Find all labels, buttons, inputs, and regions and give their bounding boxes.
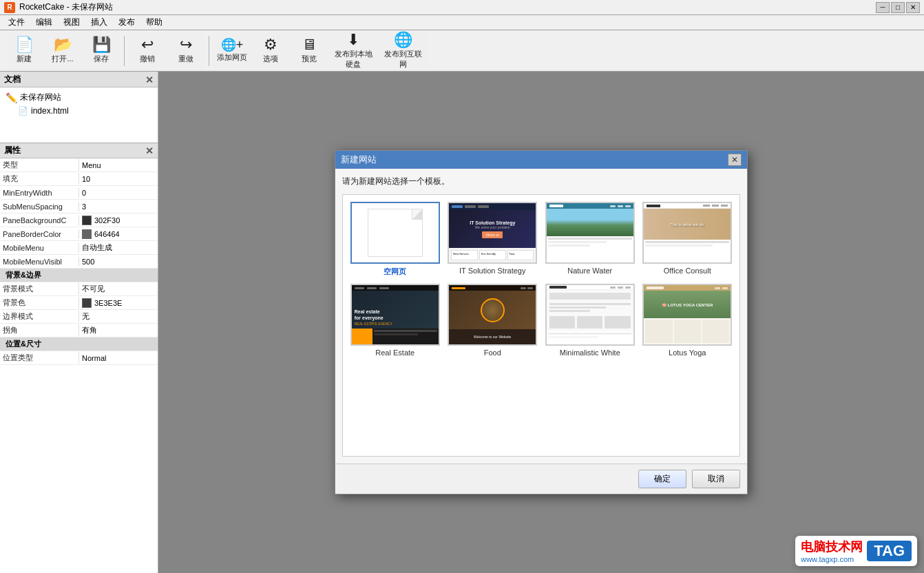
preview-icon: 🖥 — [302, 37, 317, 52]
publish-internet-button[interactable]: 🌐 发布到互联网 — [379, 32, 427, 70]
template-thumb-office: This is what we do. — [642, 202, 732, 264]
menu-item-help[interactable]: 帮助 — [140, 15, 168, 30]
doc-root-item[interactable]: ✏️ 未保存网站 — [1, 90, 156, 105]
prop-value-padding[interactable]: 10 — [79, 174, 158, 184]
menu-item-view[interactable]: 视图 — [58, 15, 85, 30]
undo-label: 撤销 — [140, 54, 155, 64]
prop-value-corner[interactable]: 有角 — [79, 324, 158, 336]
template-label-realestate: Real Estate — [375, 348, 414, 357]
template-item-office[interactable]: This is what we do. Office Consult — [642, 202, 733, 277]
thumb-it-subtitle: We solve your problem — [475, 225, 510, 229]
properties-panel-close[interactable]: ✕ — [145, 145, 154, 156]
preview-button[interactable]: 🖥 预览 — [291, 32, 328, 70]
template-item-minimal[interactable]: Minimalistic White — [545, 284, 636, 357]
maximize-button[interactable]: □ — [891, 2, 905, 13]
prop-name-bgcolor: 背景色 — [0, 297, 79, 309]
menu-item-file[interactable]: 文件 — [3, 15, 30, 30]
dialog-title: 新建网站 — [341, 154, 377, 166]
thumb-food-content: Welcome to our Website — [449, 329, 536, 344]
content-area: 新建网站 ✕ 请为新建网站选择一个模板。 — [158, 72, 924, 573]
thumb-it-inner: IT Solution Strategy We solve your probl… — [449, 203, 536, 262]
thumb-food-hero — [449, 291, 536, 329]
prop-row-panebordercolor: PaneBorderColor 646464 — [0, 227, 158, 241]
thumb-office-nav — [644, 203, 731, 209]
prop-value-panebordercolor[interactable]: 646464 — [79, 229, 158, 240]
prop-value-submenuspacing[interactable]: 3 — [79, 202, 158, 211]
redo-label: 重做 — [178, 54, 193, 64]
minimize-button[interactable]: ─ — [876, 2, 890, 13]
thumb-food-text: Welcome to our Website — [474, 335, 511, 339]
prop-value-bordermode[interactable]: 无 — [79, 311, 158, 322]
template-item-it-solution[interactable]: IT Solution Strategy We solve your probl… — [448, 202, 538, 277]
template-item-realestate[interactable]: Real estatefor everyone REAL ESTATE AGEN… — [350, 284, 441, 357]
prop-value-mobilemenuvisib[interactable]: 500 — [79, 257, 158, 267]
watermark-url: www.tagxp.com — [801, 555, 854, 563]
menu-item-publish[interactable]: 发布 — [113, 15, 140, 30]
template-item-nature[interactable]: Nature Water — [545, 202, 636, 277]
prop-value-bgmode[interactable]: 不可见 — [79, 283, 158, 295]
confirm-button[interactable]: 确定 — [638, 470, 686, 488]
doc-child-item[interactable]: 📄 index.html — [1, 105, 156, 117]
app-icon: R — [4, 2, 15, 13]
prop-row-corner: 拐角 有角 — [0, 324, 158, 337]
template-item-food[interactable]: Welcome to our Website Food — [448, 284, 538, 357]
thumb-food-nav — [449, 285, 536, 291]
prop-value-type[interactable]: Menu — [79, 160, 158, 170]
thumb-nature-content — [547, 236, 633, 262]
template-label-food: Food — [484, 348, 501, 357]
doc-root-label: 未保存网站 — [20, 92, 61, 103]
prop-name-bgmode: 背景模式 — [0, 283, 79, 295]
prop-value-mobilemenu[interactable]: 自动生成 — [79, 242, 158, 253]
thumb-office-content — [644, 240, 731, 262]
cancel-button[interactable]: 取消 — [692, 470, 740, 488]
template-label-blank: 空网页 — [384, 267, 406, 277]
title-bar: R RocketCake - 未保存网站 ─ □ ✕ — [0, 0, 924, 15]
prop-name-padding: 填充 — [0, 173, 79, 185]
toolbar: 📄 新建 📂 打开... 💾 保存 ↩ 撤销 ↪ 重做 🌐+ 添加网页 ⚙ 选项… — [0, 30, 924, 72]
menu-item-insert[interactable]: 插入 — [85, 15, 113, 30]
prop-section-layout: 位置&尺寸 — [0, 337, 158, 351]
open-button[interactable]: 📂 打开... — [44, 32, 81, 70]
bgcolor-swatch — [82, 298, 92, 308]
panebordercolor-swatch — [82, 229, 92, 239]
menu-item-edit[interactable]: 编辑 — [30, 15, 58, 30]
thumb-yoga-hero-text: 🪷 LOTUS YOGA CENTER — [662, 302, 713, 307]
thumb-it-nav-dot2 — [465, 205, 476, 208]
thumb-realestate-content — [352, 329, 439, 344]
prop-value-bgcolor[interactable]: 3E3E3E — [79, 298, 158, 309]
thumb-realestate-nav — [352, 285, 439, 291]
template-label-yoga: Lotus Yoga — [669, 348, 706, 357]
publish-local-button[interactable]: ⬇ 发布到本地硬盘 — [329, 32, 377, 70]
prop-row-bgmode: 背景模式 不可见 — [0, 282, 158, 296]
options-label: 选项 — [263, 54, 278, 64]
template-item-yoga[interactable]: 🪷 LOTUS YOGA CENTER — [642, 284, 733, 357]
prop-value-panebgcolor[interactable]: 302F30 — [79, 215, 158, 226]
thumb-it-card1: Best Service — [451, 250, 478, 260]
redo-button[interactable]: ↪ 重做 — [167, 32, 204, 70]
template-grid-wrapper[interactable]: 空网页 — [342, 194, 740, 457]
prop-value-minentrywidth[interactable]: 0 — [79, 188, 158, 198]
preview-label: 预览 — [302, 54, 317, 64]
thumb-yoga-content — [644, 318, 731, 344]
template-thumb-nature — [545, 202, 635, 264]
undo-button[interactable]: ↩ 撤销 — [129, 32, 166, 70]
close-button[interactable]: ✕ — [906, 2, 920, 13]
prop-value-postype[interactable]: Normal — [79, 353, 158, 363]
thumb-office-inner: This is what we do. — [644, 203, 731, 262]
prop-row-bordermode: 边界模式 无 — [0, 310, 158, 324]
documents-panel-close[interactable]: ✕ — [145, 74, 154, 85]
template-thumb-minimal — [545, 284, 635, 346]
new-button[interactable]: 📄 新建 — [6, 32, 43, 70]
properties-panel-title: 属性 — [4, 145, 21, 156]
template-item-blank[interactable]: 空网页 — [350, 202, 441, 277]
template-grid: 空网页 — [343, 195, 739, 364]
thumb-it-nav-dot — [452, 205, 463, 208]
open-icon: 📂 — [54, 37, 72, 52]
add-page-button[interactable]: 🌐+ 添加网页 — [213, 32, 251, 70]
properties-panel: 属性 ✕ 类型 Menu 填充 10 MinEntryWidth 0 SubMe… — [0, 143, 158, 573]
options-button[interactable]: ⚙ 选项 — [252, 32, 289, 70]
toolbar-separator-1 — [124, 36, 125, 66]
save-button[interactable]: 💾 保存 — [83, 32, 120, 70]
new-icon: 📄 — [15, 37, 34, 52]
dialog-close-button[interactable]: ✕ — [728, 154, 742, 166]
